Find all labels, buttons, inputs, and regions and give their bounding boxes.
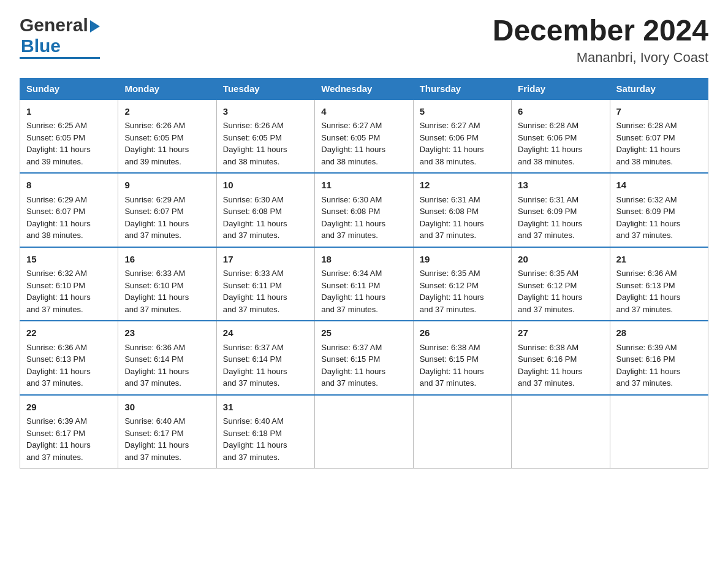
calendar-cell: 26Sunrise: 6:38 AMSunset: 6:15 PMDayligh…	[413, 321, 511, 395]
page-subtitle: Mananbri, Ivory Coast	[493, 50, 708, 66]
sunrise-label: Sunrise: 6:40 AM	[223, 416, 284, 426]
daylight-minutes: and 39 minutes.	[26, 157, 83, 166]
daylight-minutes: and 37 minutes.	[616, 231, 673, 240]
daylight-minutes: and 38 minutes.	[223, 157, 280, 166]
day-number: 23	[124, 326, 210, 340]
daylight-minutes: and 38 minutes.	[518, 157, 575, 166]
daylight-label: Daylight: 11 hours	[223, 145, 287, 154]
daylight-minutes: and 38 minutes.	[616, 157, 673, 166]
daylight-minutes: and 37 minutes.	[420, 378, 477, 388]
daylight-label: Daylight: 11 hours	[616, 219, 681, 228]
sunrise-label: Sunrise: 6:26 AM	[223, 121, 284, 130]
day-number: 29	[26, 400, 112, 415]
calendar-table: SundayMondayTuesdayWednesdayThursdayFrid…	[20, 78, 708, 469]
sunrise-label: Sunrise: 6:31 AM	[518, 195, 578, 204]
sunrise-label: Sunrise: 6:29 AM	[124, 195, 185, 204]
sunset-label: Sunset: 6:18 PM	[223, 429, 282, 438]
daylight-minutes: and 37 minutes.	[321, 378, 378, 388]
daylight-minutes: and 37 minutes.	[321, 305, 378, 314]
sunrise-label: Sunrise: 6:28 AM	[518, 121, 578, 130]
weekday-header-friday: Friday	[512, 78, 610, 99]
daylight-minutes: and 37 minutes.	[321, 231, 378, 240]
logo-arrow-icon	[90, 20, 100, 33]
sunrise-label: Sunrise: 6:31 AM	[420, 195, 480, 204]
day-number: 28	[616, 326, 702, 340]
sunrise-label: Sunrise: 6:28 AM	[616, 121, 677, 130]
daylight-label: Daylight: 11 hours	[518, 219, 582, 228]
sunrise-label: Sunrise: 6:26 AM	[124, 121, 185, 130]
sunset-label: Sunset: 6:14 PM	[124, 354, 183, 364]
page-title: December 2024	[493, 15, 708, 47]
day-number: 12	[420, 178, 505, 193]
daylight-minutes: and 37 minutes.	[124, 453, 181, 462]
day-number: 5	[420, 105, 505, 119]
daylight-label: Daylight: 11 hours	[321, 145, 385, 154]
calendar-cell: 9Sunrise: 6:29 AMSunset: 6:07 PMDaylight…	[118, 173, 216, 247]
sunset-label: Sunset: 6:08 PM	[321, 207, 380, 216]
daylight-label: Daylight: 11 hours	[26, 293, 91, 302]
calendar-cell: 20Sunrise: 6:35 AMSunset: 6:12 PMDayligh…	[512, 247, 610, 321]
day-number: 25	[321, 326, 406, 340]
sunrise-label: Sunrise: 6:32 AM	[616, 195, 677, 204]
calendar-cell: 27Sunrise: 6:38 AMSunset: 6:16 PMDayligh…	[512, 321, 610, 395]
daylight-label: Daylight: 11 hours	[124, 367, 189, 376]
day-number: 9	[124, 178, 210, 193]
daylight-minutes: and 37 minutes.	[223, 305, 280, 314]
sunset-label: Sunset: 6:15 PM	[321, 354, 380, 364]
daylight-minutes: and 37 minutes.	[26, 305, 83, 314]
day-number: 1	[26, 105, 112, 119]
sunset-label: Sunset: 6:07 PM	[26, 207, 85, 216]
logo-underline	[20, 57, 100, 59]
daylight-label: Daylight: 11 hours	[616, 145, 681, 154]
daylight-label: Daylight: 11 hours	[26, 367, 91, 376]
daylight-label: Daylight: 11 hours	[26, 219, 91, 228]
sunrise-label: Sunrise: 6:32 AM	[26, 269, 87, 278]
sunrise-label: Sunrise: 6:27 AM	[321, 121, 382, 130]
daylight-minutes: and 37 minutes.	[616, 378, 673, 388]
weekday-header-sunday: Sunday	[20, 78, 118, 99]
calendar-cell: 13Sunrise: 6:31 AMSunset: 6:09 PMDayligh…	[512, 173, 610, 247]
day-number: 11	[321, 178, 406, 193]
daylight-minutes: and 37 minutes.	[518, 305, 575, 314]
sunrise-label: Sunrise: 6:30 AM	[223, 195, 284, 204]
daylight-minutes: and 37 minutes.	[124, 231, 181, 240]
day-number: 6	[518, 105, 603, 119]
calendar-cell: 21Sunrise: 6:36 AMSunset: 6:13 PMDayligh…	[610, 247, 708, 321]
sunrise-label: Sunrise: 6:37 AM	[321, 343, 382, 352]
day-number: 4	[321, 105, 406, 119]
sunset-label: Sunset: 6:17 PM	[124, 429, 183, 438]
sunset-label: Sunset: 6:07 PM	[124, 207, 183, 216]
daylight-label: Daylight: 11 hours	[518, 367, 582, 376]
calendar-cell: 1Sunrise: 6:25 AMSunset: 6:05 PMDaylight…	[20, 99, 118, 174]
daylight-minutes: and 37 minutes.	[26, 378, 83, 388]
sunset-label: Sunset: 6:10 PM	[124, 281, 183, 290]
sunrise-label: Sunrise: 6:30 AM	[321, 195, 382, 204]
weekday-header-saturday: Saturday	[610, 78, 708, 99]
sunrise-label: Sunrise: 6:37 AM	[223, 343, 284, 352]
logo-general-text: General	[20, 15, 88, 36]
daylight-label: Daylight: 11 hours	[321, 367, 385, 376]
sunrise-label: Sunrise: 6:29 AM	[26, 195, 87, 204]
sunrise-label: Sunrise: 6:25 AM	[26, 121, 87, 130]
sunrise-label: Sunrise: 6:36 AM	[616, 269, 677, 278]
day-number: 21	[616, 253, 702, 267]
daylight-label: Daylight: 11 hours	[420, 293, 484, 302]
daylight-label: Daylight: 11 hours	[518, 145, 582, 154]
sunrise-label: Sunrise: 6:33 AM	[124, 269, 185, 278]
calendar-week-row: 1Sunrise: 6:25 AMSunset: 6:05 PMDaylight…	[20, 99, 708, 174]
sunset-label: Sunset: 6:09 PM	[518, 207, 577, 216]
weekday-header-monday: Monday	[118, 78, 216, 99]
calendar-cell: 10Sunrise: 6:30 AMSunset: 6:08 PMDayligh…	[216, 173, 314, 247]
calendar-cell: 30Sunrise: 6:40 AMSunset: 6:17 PMDayligh…	[118, 395, 216, 469]
day-number: 22	[26, 326, 112, 340]
day-number: 7	[616, 105, 702, 119]
daylight-label: Daylight: 11 hours	[124, 219, 189, 228]
sunset-label: Sunset: 6:10 PM	[26, 281, 85, 290]
sunset-label: Sunset: 6:14 PM	[223, 354, 282, 364]
calendar-cell: 22Sunrise: 6:36 AMSunset: 6:13 PMDayligh…	[20, 321, 118, 395]
daylight-label: Daylight: 11 hours	[420, 367, 484, 376]
sunrise-label: Sunrise: 6:36 AM	[26, 343, 87, 352]
day-number: 3	[223, 105, 308, 119]
title-block: December 2024 Mananbri, Ivory Coast	[493, 15, 708, 66]
day-number: 30	[124, 400, 210, 415]
